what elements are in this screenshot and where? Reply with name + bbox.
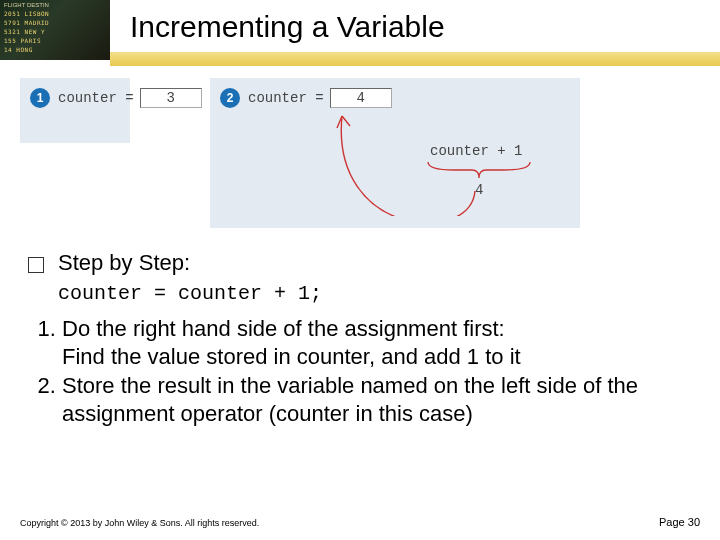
content-area: Step by Step: counter = counter + 1; Do …: [28, 250, 692, 429]
var-value-1: 3: [140, 88, 202, 108]
header: FLIGHT DESTIN 2051 LISBON 5791 MADRID 53…: [0, 0, 720, 70]
var-label: counter =: [248, 90, 324, 106]
bullet-item: Step by Step:: [28, 250, 692, 276]
title-underline: [110, 52, 720, 66]
var-label: counter =: [58, 90, 134, 106]
variable-box-1: counter = 3: [58, 88, 202, 108]
copyright-text: Copyright © 2013 by John Wiley & Sons. A…: [20, 518, 259, 528]
var-value-2: 4: [330, 88, 392, 108]
arrow-icon: [320, 106, 520, 216]
code-line: counter = counter + 1;: [58, 282, 692, 305]
step-item-2: Store the result in the variable named o…: [62, 372, 692, 427]
step-badge-2: 2: [220, 88, 240, 108]
page-title: Incrementing a Variable: [130, 10, 445, 44]
increment-diagram: 1 counter = 3 2 counter = 4 counter + 1 …: [20, 78, 580, 228]
step-badge-1: 1: [30, 88, 50, 108]
page-number: Page 30: [659, 516, 700, 528]
bullet-text: Step by Step:: [58, 250, 190, 276]
departure-board-image: FLIGHT DESTIN 2051 LISBON 5791 MADRID 53…: [0, 0, 110, 60]
bullet-icon: [28, 257, 44, 273]
steps-list: Do the right hand side of the assignment…: [36, 315, 692, 427]
slide: FLIGHT DESTIN 2051 LISBON 5791 MADRID 53…: [0, 0, 720, 540]
variable-box-2: counter = 4: [248, 88, 392, 108]
step-item-1: Do the right hand side of the assignment…: [62, 315, 692, 370]
